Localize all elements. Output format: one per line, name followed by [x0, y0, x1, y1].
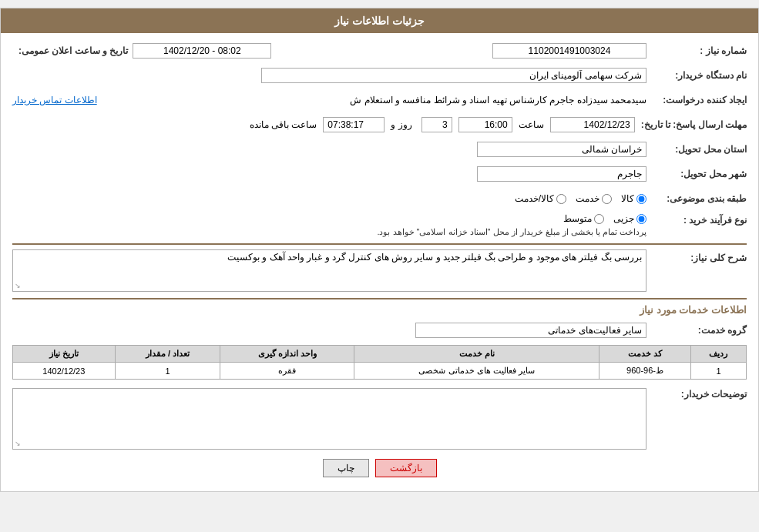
need-number-input[interactable]	[492, 43, 646, 59]
services-table: ردیف کد خدمت نام خدمت واحد اندازه گیری ت…	[12, 345, 747, 380]
category-label: طبقه بندی موضوعی:	[646, 193, 747, 204]
need-desc-label: شرح کلی نیاز:	[646, 249, 747, 263]
deadline-day-label: روز و	[391, 119, 411, 130]
table-cell-code: ط-96-960	[599, 363, 691, 380]
service-group-label: گروه خدمت:	[646, 325, 747, 336]
service-group-input[interactable]	[415, 323, 646, 338]
services-section-title: اطلاعات خدمات مورد نیاز	[12, 304, 747, 316]
process-notice: پرداخت تمام یا بخشی از مبلغ خریدار از مح…	[12, 227, 646, 237]
buyer-notes-label: توضیحات خریدار:	[646, 386, 747, 400]
print-button[interactable]: چاپ	[323, 459, 369, 477]
category-radio3-label: کالا/خدمت	[515, 193, 554, 204]
province-label: استان محل تحویل:	[646, 144, 747, 155]
deadline-days-input	[421, 117, 452, 132]
table-header-date: تاریخ نیاز	[13, 346, 116, 363]
announce-date-label: تاریخ و ساعت اعلان عمومی:	[12, 45, 128, 56]
category-radio1[interactable]	[636, 194, 646, 204]
table-cell-date: 1402/12/23	[13, 363, 116, 380]
table-cell-qty: 1	[115, 363, 220, 380]
process-radio1[interactable]	[636, 214, 646, 224]
process-radio1-label: جزیی	[613, 213, 634, 224]
province-input[interactable]	[477, 142, 646, 157]
buyer-name-label: نام دستگاه خریدار:	[646, 70, 747, 81]
deadline-days[interactable]	[421, 117, 452, 132]
category-radio-group: کالا/خدمت خدمت کالا	[515, 193, 646, 204]
city-label: شهر محل تحویل:	[646, 169, 747, 179]
deadline-date-input[interactable]	[550, 117, 635, 132]
table-header-row: ردیف	[690, 346, 746, 363]
deadline-time-label: ساعت	[519, 119, 544, 130]
category-radio3[interactable]	[556, 194, 566, 204]
table-header-code: کد خدمت	[599, 346, 691, 363]
need-number-label: شماره نیاز :	[646, 45, 747, 56]
deadline-remaining-label: ساعت باقی مانده	[250, 119, 317, 130]
announce-date-input[interactable]	[133, 43, 271, 59]
table-cell-row: 1	[690, 363, 746, 380]
category-radio2-label: خدمت	[576, 193, 599, 204]
table-cell-name: سایر فعالیت های خدماتی شخصی	[354, 363, 599, 380]
table-header-unit: واحد اندازه گیری	[220, 346, 354, 363]
buyer-name-input[interactable]	[261, 68, 646, 83]
table-cell-unit: فقره	[220, 363, 354, 380]
creator-label: ایجاد کننده درخواست:	[646, 95, 747, 105]
table-row: 1 ط-96-960 سایر فعالیت های خدماتی شخصی ف…	[13, 363, 747, 380]
textarea-resize-handle: ↘	[15, 282, 21, 289]
process-label: نوع فرآیند خرید :	[646, 213, 747, 226]
deadline-remaining-input[interactable]	[323, 117, 385, 132]
category-radio2[interactable]	[602, 194, 612, 204]
buyer-notes-resize: ↘	[15, 440, 21, 447]
table-header-qty: تعداد / مقدار	[115, 346, 220, 363]
back-button[interactable]: بازگشت	[375, 459, 437, 477]
creator-value: سیدمحمد سیدزاده جاجرم کارشناس تهیه اسناد…	[102, 95, 646, 105]
need-desc-value: بررسی بگ فیلتر های موجود و طراحی بگ فیلت…	[227, 252, 642, 263]
category-radio1-label: کالا	[621, 193, 634, 204]
deadline-time-input[interactable]	[458, 117, 512, 132]
page-title: جزئیات اطلاعات نیاز	[1, 8, 758, 33]
process-radio2-label: متوسط	[563, 213, 592, 224]
deadline-label: مهلت ارسال پاسخ: تا تاریخ:	[635, 119, 747, 130]
table-header-name: نام خدمت	[354, 346, 599, 363]
city-input[interactable]	[477, 166, 646, 182]
creator-contact-link[interactable]: اطلاعات تماس خریدار	[12, 95, 97, 105]
process-radio2[interactable]	[594, 214, 604, 224]
